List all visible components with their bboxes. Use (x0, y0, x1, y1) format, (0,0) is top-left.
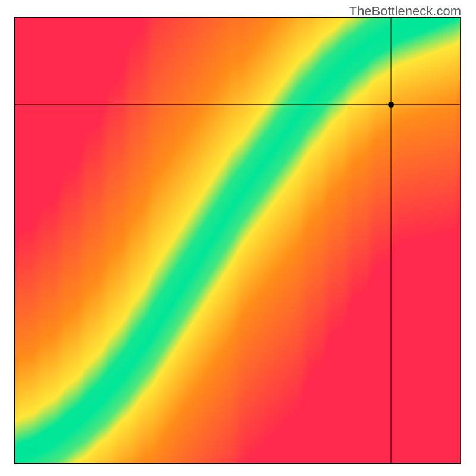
chart-container: TheBottleneck.com (0, 0, 476, 476)
watermark-text: TheBottleneck.com (349, 4, 461, 19)
heatmap-canvas (0, 0, 476, 476)
